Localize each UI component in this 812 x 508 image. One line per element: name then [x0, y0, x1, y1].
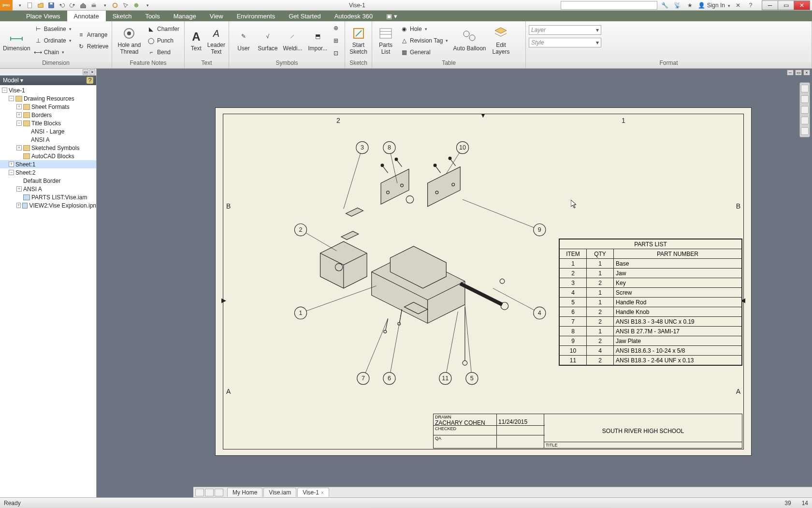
- qat-dropdown-icon[interactable]: [142, 1, 152, 10]
- tab-view-icon-2[interactable]: [205, 489, 214, 496]
- table-row[interactable]: 41Screw: [560, 288, 742, 298]
- tree-node[interactable]: PARTS LIST:Vise.iam: [0, 193, 96, 201]
- help-icon[interactable]: ?: [746, 1, 755, 10]
- user-symbol-button[interactable]: ✎User: [232, 23, 255, 58]
- chamfer-button[interactable]: ◣Chamfer: [145, 24, 181, 34]
- new-icon[interactable]: [25, 1, 35, 10]
- navbar-home-icon[interactable]: [801, 85, 809, 92]
- chain-button[interactable]: ⟷Chain: [32, 47, 73, 58]
- title-block[interactable]: DRAWN ZACHARY COHEN 11/24/2015 CHECKED Q…: [433, 414, 742, 448]
- tree-root[interactable]: −Vise-1: [0, 86, 96, 94]
- table-row[interactable]: 92Jaw Plate: [560, 336, 742, 346]
- style-combo[interactable]: Style: [529, 38, 601, 47]
- ribbon-tab-environments[interactable]: Environments: [230, 11, 282, 21]
- table-row[interactable]: 62Handle Knob: [560, 307, 742, 317]
- tree-node[interactable]: AutoCAD Blocks: [0, 152, 96, 160]
- app-menu-icon[interactable]: [14, 1, 24, 10]
- browser-tree[interactable]: −Vise-1−Drawing Resources+Sheet Formats+…: [0, 85, 96, 497]
- redo-icon[interactable]: [68, 1, 77, 10]
- tree-node[interactable]: +Borders: [0, 111, 96, 119]
- welding-button[interactable]: ⟋Weldi...: [280, 23, 305, 58]
- window-minimize-button[interactable]: ─: [762, 0, 778, 10]
- dimension-button[interactable]: Dimension: [3, 23, 30, 58]
- search-input[interactable]: [561, 1, 657, 10]
- symbol-extra-2[interactable]: ⊞: [330, 35, 342, 46]
- parts-list-button[interactable]: Parts List: [375, 23, 396, 58]
- layer-combo[interactable]: Layer: [529, 25, 601, 35]
- ribbon-tab-sketch[interactable]: Sketch: [106, 11, 139, 21]
- table-row[interactable]: 81ANSI B 27.7M - 3AMI-17: [560, 327, 742, 336]
- navbar-look-icon[interactable]: [801, 127, 809, 135]
- parts-list-table[interactable]: PARTS LIST ITEMQTYPART NUMBER 11Base21Ja…: [559, 239, 742, 366]
- save-icon[interactable]: [46, 1, 56, 10]
- import-button[interactable]: ⬒Impor...: [305, 23, 330, 58]
- signin-button[interactable]: 👤 Sign In: [698, 2, 730, 9]
- signin-dropdown-icon[interactable]: [727, 2, 730, 9]
- auto-balloon-button[interactable]: Auto Balloon: [452, 23, 487, 58]
- bend-button[interactable]: ⌐Bend: [145, 47, 181, 58]
- ribbon-tab-manage[interactable]: Manage: [167, 11, 203, 21]
- ribbon-tab-annotate[interactable]: Annotate: [67, 11, 106, 21]
- doc-tab[interactable]: My Home: [227, 488, 262, 497]
- edit-layers-button[interactable]: Edit Layers: [489, 23, 513, 58]
- tree-node[interactable]: Default Border: [0, 177, 96, 185]
- ordinate-button[interactable]: ⊥Ordinate: [32, 35, 73, 46]
- punch-button[interactable]: ◯Punch: [145, 35, 181, 46]
- navbar-zoom-icon[interactable]: [801, 106, 809, 114]
- table-row[interactable]: 21Jaw: [560, 269, 742, 278]
- tree-node[interactable]: +Sheet:1: [0, 160, 96, 168]
- start-sketch-button[interactable]: Start Sketch: [348, 23, 369, 58]
- search-icon[interactable]: 🔧: [660, 1, 670, 10]
- material-icon[interactable]: [131, 1, 141, 10]
- navbar-pan-icon[interactable]: [801, 95, 809, 103]
- ribbon-tab-place-views[interactable]: Place Views: [19, 11, 67, 21]
- table-row[interactable]: 72ANSI B18.3 - 3-48 UNC x 0.19: [560, 317, 742, 327]
- hole-table-button[interactable]: ◉Hole: [398, 24, 450, 34]
- arrange-button[interactable]: ≡Arrange: [75, 30, 111, 40]
- ribbon-tab-tools[interactable]: Tools: [138, 11, 166, 21]
- ribbon-appearance-menu[interactable]: ▣ ▾: [379, 11, 404, 21]
- app-logo[interactable]: IPRO: [0, 0, 13, 11]
- general-table-button[interactable]: ▦General: [398, 47, 450, 58]
- revision-tag-button[interactable]: △Revision Tag: [398, 35, 450, 46]
- open-icon[interactable]: [36, 1, 45, 10]
- tree-node[interactable]: −Sheet:2: [0, 168, 96, 177]
- close-tab-icon[interactable]: ×: [321, 490, 324, 495]
- doc-tab[interactable]: Vise.iam: [263, 488, 296, 497]
- browser-close-icon[interactable]: ×: [89, 69, 95, 75]
- tree-node[interactable]: −Title Blocks: [0, 119, 96, 127]
- hole-thread-button[interactable]: Hole and Thread: [115, 23, 144, 58]
- table-row[interactable]: 32Key: [560, 278, 742, 288]
- text-button[interactable]: A Text: [188, 23, 205, 58]
- undo-icon[interactable]: [57, 1, 67, 10]
- doc-close-icon[interactable]: ×: [803, 70, 810, 75]
- ribbon-tab-autodesk-360[interactable]: Autodesk 360: [328, 11, 380, 21]
- exchange-icon[interactable]: ✕: [733, 1, 743, 10]
- table-row[interactable]: 112ANSI B18.3 - 2-64 UNF x 0.13: [560, 356, 742, 365]
- navbar-orbit-icon[interactable]: [801, 117, 809, 124]
- browser-help-icon[interactable]: ?: [87, 77, 93, 84]
- retrieve-button[interactable]: ↻Retrieve: [75, 41, 111, 52]
- comm-icon[interactable]: 📡: [673, 1, 682, 10]
- print-icon[interactable]: [89, 1, 99, 10]
- table-row[interactable]: 11Base: [560, 259, 742, 269]
- select-icon[interactable]: [121, 1, 130, 10]
- window-close-button[interactable]: ✕: [794, 0, 810, 10]
- window-maximize-button[interactable]: ▭: [778, 0, 794, 10]
- leader-text-button[interactable]: A Leader Text: [207, 23, 226, 58]
- doc-tab[interactable]: Vise-1×: [297, 488, 329, 497]
- table-row[interactable]: 104ANSI B18.6.3 - 10-24 x 5/8: [560, 346, 742, 356]
- symbol-extra-3[interactable]: ⊡: [330, 48, 342, 59]
- tab-view-icon-3[interactable]: [215, 489, 223, 496]
- home-icon[interactable]: [78, 1, 88, 10]
- ribbon-tab-view[interactable]: View: [203, 11, 230, 21]
- tree-node[interactable]: +ANSI A: [0, 185, 96, 193]
- update-icon[interactable]: [110, 1, 120, 10]
- tree-node[interactable]: ANSI - Large: [0, 127, 96, 135]
- browser-header[interactable]: Model ▾ ?: [0, 75, 96, 85]
- tree-node[interactable]: +VIEW2:Vise Explosion.ipn: [0, 201, 96, 209]
- drawing-canvas[interactable]: ─ ▭ × 2 1 B B A A ▼ ▶ ◀: [97, 69, 812, 497]
- ribbon-tab-get-started[interactable]: Get Started: [282, 11, 327, 21]
- doc-minimize-icon[interactable]: ─: [787, 70, 794, 75]
- qat-more-icon[interactable]: [100, 1, 109, 10]
